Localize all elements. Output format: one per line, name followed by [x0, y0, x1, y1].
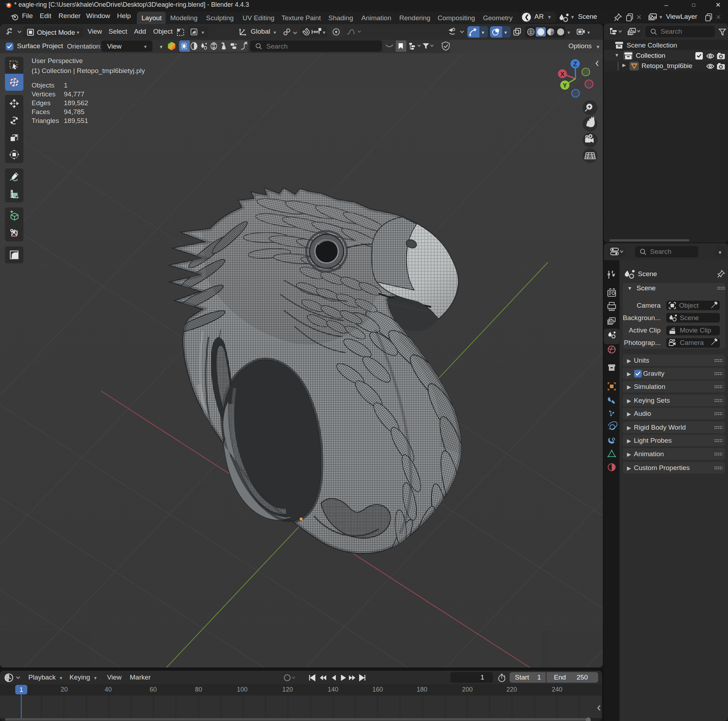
- svg-text:160: 160: [372, 686, 383, 693]
- svg-text:200: 200: [462, 686, 473, 693]
- svg-text:X: X: [560, 71, 564, 78]
- svg-text:220: 220: [506, 686, 517, 693]
- svg-text:60: 60: [150, 686, 157, 693]
- svg-text:100: 100: [237, 686, 248, 693]
- svg-text:1: 1: [20, 686, 23, 694]
- svg-text:40: 40: [105, 686, 112, 693]
- svg-text:240: 240: [552, 686, 563, 693]
- svg-text:80: 80: [195, 686, 202, 693]
- svg-text:180: 180: [417, 686, 427, 693]
- svg-text:20: 20: [61, 686, 68, 693]
- svg-text:140: 140: [328, 686, 338, 693]
- svg-text:Z: Z: [574, 61, 577, 68]
- svg-text:Y: Y: [563, 82, 567, 89]
- svg-text:120: 120: [282, 686, 293, 693]
